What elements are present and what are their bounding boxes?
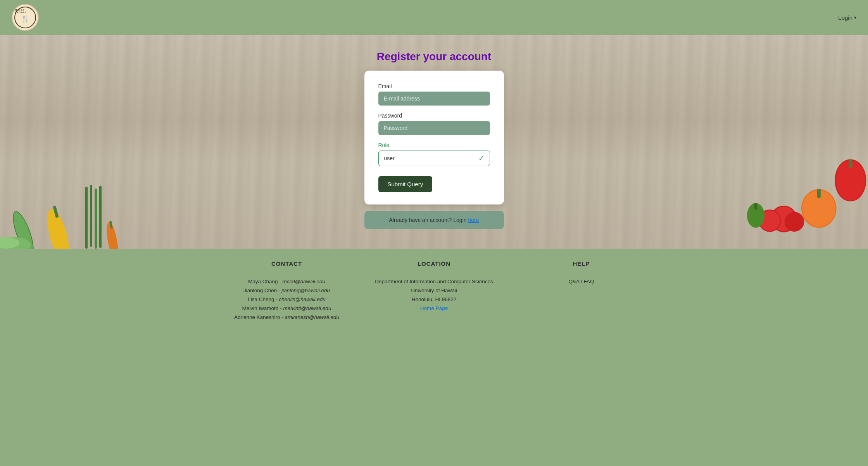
role-select[interactable]: user admin [384, 155, 478, 161]
footer-contact: CONTACT Maya Chang - mcc9@hawaii.edu Jia… [217, 260, 357, 322]
register-form-card: Email Password Role user admin ✓ Submit … [364, 71, 504, 204]
footer-grid: CONTACT Maya Chang - mcc9@hawaii.edu Jia… [202, 260, 667, 322]
svg-rect-4 [85, 187, 88, 249]
footer-location: LOCATION Department of Information and C… [364, 260, 504, 322]
email-input[interactable] [378, 92, 490, 106]
email-group: Email [378, 83, 490, 106]
svg-rect-14 [849, 159, 852, 168]
location-heading: LOCATION [364, 260, 504, 271]
role-select-wrapper: user admin ✓ [378, 151, 490, 166]
svg-point-22 [785, 212, 804, 232]
svg-rect-6 [95, 189, 97, 249]
login-banner: Already have an account? Login here [364, 211, 504, 229]
contact-person-3: Lisa Cheng - chenlis@hawaii.edu [234, 295, 339, 304]
svg-rect-24 [754, 203, 757, 210]
contact-person-2: Jianlong Chen - jianlong@hawaii.edu [234, 286, 339, 295]
role-check-icon: ✓ [478, 154, 484, 163]
location-line2: University of Hawaii [375, 286, 493, 295]
svg-point-8 [104, 221, 120, 249]
role-group: Role user admin ✓ [378, 142, 490, 166]
header: MANOA RECIPES 🍴 Login [0, 0, 868, 35]
vegetables-left [0, 163, 147, 249]
homepage-link[interactable]: Home Page [420, 305, 448, 311]
location-text: Department of Information and Computer S… [375, 277, 493, 313]
help-heading: HELP [512, 260, 651, 271]
contact-heading: CONTACT [217, 260, 357, 271]
contact-list: Maya Chang - mcc9@hawaii.edu Jianlong Ch… [234, 277, 339, 322]
hero-content: Register your account Email Password Rol… [364, 35, 504, 249]
svg-rect-17 [817, 189, 821, 198]
role-label: Role [378, 142, 490, 148]
login-here-link[interactable]: here [468, 217, 479, 223]
password-label: Password [378, 113, 490, 119]
email-label: Email [378, 83, 490, 89]
location-line1: Department of Information and Computer S… [375, 277, 493, 286]
svg-rect-7 [99, 186, 102, 248]
submit-button[interactable]: Submit Query [378, 176, 433, 192]
page-title: Register your account [377, 50, 492, 63]
already-account-text: Already have an account? Login [389, 217, 468, 223]
svg-point-2 [43, 207, 74, 249]
hero-section: Register your account Email Password Rol… [0, 35, 868, 249]
password-input[interactable] [378, 121, 490, 135]
logo[interactable]: MANOA RECIPES 🍴 [12, 4, 39, 31]
contact-person-4: Melvin Iwamoto - melvinti@hawaii.edu [234, 304, 339, 313]
footer-help: HELP Q&A / FAQ [512, 260, 651, 322]
password-group: Password [378, 113, 490, 135]
footer: CONTACT Maya Chang - mcc9@hawaii.edu Jia… [0, 249, 868, 330]
help-text: Q&A / FAQ [568, 277, 594, 286]
location-line3: Honolulu, HI 96822 [375, 295, 493, 304]
login-button[interactable]: Login [838, 14, 856, 21]
svg-rect-5 [90, 185, 92, 247]
faq-link[interactable]: Q&A / FAQ [568, 277, 594, 286]
contact-person-5: Adrienne Kaneshiro - amkanesh@hawaii.edu [234, 313, 339, 322]
vegetables-right [721, 140, 868, 249]
contact-person-1: Maya Chang - mcc9@hawaii.edu [234, 277, 339, 286]
